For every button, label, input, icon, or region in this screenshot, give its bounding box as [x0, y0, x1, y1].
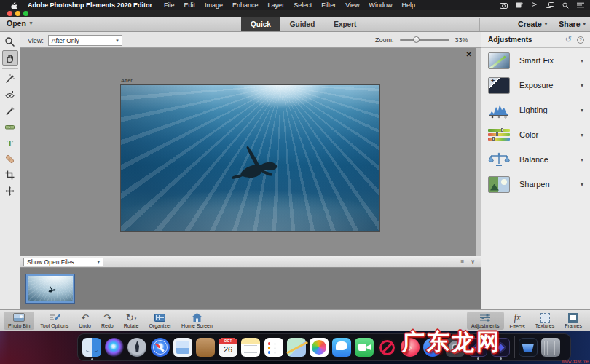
window-minimize-button[interactable]: [15, 11, 20, 16]
bottom-taskbar: Photo Bin Tool Options ↶ Undo ↷ Redo ↻▾ …: [0, 309, 590, 331]
frames-icon: [568, 313, 578, 323]
frames-button[interactable]: Frames: [560, 312, 586, 330]
tab-expert[interactable]: Expert: [324, 17, 366, 31]
rotate-button[interactable]: ↻▾ Rotate: [119, 312, 143, 330]
spot-healing-tool-icon[interactable]: [2, 151, 18, 167]
adjustment-lighting[interactable]: Lighting ▾: [481, 98, 590, 122]
chevron-down-icon[interactable]: ▾: [581, 132, 583, 138]
watermark-text: 广东龙网: [402, 327, 501, 357]
home-icon: [192, 312, 202, 323]
photo-bin: [20, 268, 481, 309]
chevron-down-icon[interactable]: ▾: [581, 157, 583, 163]
menu-view[interactable]: View: [345, 1, 359, 9]
dock-notes-icon[interactable]: [241, 338, 260, 357]
whiten-teeth-tool-icon[interactable]: [2, 103, 18, 119]
home-screen-button[interactable]: Home Screen: [177, 312, 217, 330]
chevron-down-icon[interactable]: ▾: [581, 107, 583, 114]
window-zoom-button[interactable]: [23, 11, 28, 16]
options-bar: View: After Only ▾ Zoom: 33%: [20, 32, 481, 48]
camera-status-icon[interactable]: [500, 2, 508, 9]
adjustment-label: Lighting: [519, 106, 548, 114]
dock-contacts-icon[interactable]: [196, 338, 215, 357]
chevron-down-icon[interactable]: ▾: [581, 58, 583, 64]
hand-tool-icon[interactable]: [2, 50, 18, 66]
adjustment-label: Balance: [519, 155, 548, 164]
adjustment-exposure[interactable]: Exposure ▾: [481, 73, 590, 98]
menu-layer[interactable]: Layer: [268, 1, 285, 9]
dock-mail-icon[interactable]: [173, 338, 192, 357]
displays-icon[interactable]: [546, 2, 554, 9]
notification-badge-icon[interactable]: [516, 2, 523, 9]
adjustment-sharpen[interactable]: Sharpen ▾: [481, 172, 590, 197]
dock-finder-icon[interactable]: [82, 338, 101, 357]
share-dropdown[interactable]: Share ▾: [559, 20, 586, 28]
adjustment-smart-fix[interactable]: Smart Fix ▾: [481, 48, 590, 73]
smart-fix-icon: [488, 52, 510, 69]
view-select[interactable]: After Only ▾: [48, 35, 122, 46]
tool-options-button[interactable]: Tool Options: [36, 312, 73, 330]
dock-calendar-icon[interactable]: OCT 26: [219, 338, 237, 357]
search-icon[interactable]: [562, 2, 569, 9]
close-document-icon[interactable]: ✕: [466, 50, 472, 58]
document-image[interactable]: [120, 84, 380, 232]
menu-help[interactable]: Help: [402, 1, 416, 9]
dock-safari-icon[interactable]: [151, 338, 170, 357]
share-label: Share: [559, 20, 580, 28]
textures-button[interactable]: Textures: [531, 312, 559, 330]
tab-guided[interactable]: Guided: [280, 17, 324, 31]
zoom-slider-knob[interactable]: [413, 36, 420, 43]
collapse-panel-icon[interactable]: ∨: [471, 258, 475, 265]
red-eye-tool-icon[interactable]: [2, 87, 18, 103]
zoom-slider[interactable]: [400, 36, 449, 43]
dock-messages-icon[interactable]: [332, 338, 351, 357]
canvas-area: ✕ After: [20, 48, 481, 256]
straighten-tool-icon[interactable]: [2, 119, 18, 135]
menu-image[interactable]: Image: [205, 1, 223, 9]
chevron-down-icon: ▾: [97, 259, 100, 265]
dock-blocked-app-icon[interactable]: [377, 338, 396, 357]
dock-reminders-icon[interactable]: [264, 338, 283, 357]
photo-bin-button[interactable]: Photo Bin: [4, 312, 34, 330]
open-label: Open: [7, 19, 26, 28]
redo-button[interactable]: ↷ Redo: [97, 312, 118, 330]
chevron-down-icon[interactable]: ▾: [581, 181, 583, 188]
adjustment-balance[interactable]: Balance ▾: [481, 147, 590, 172]
effects-button[interactable]: fx Effects: [506, 312, 530, 330]
show-open-files-select[interactable]: Show Open Files ▾: [23, 258, 103, 266]
organizer-button[interactable]: Organizer: [144, 312, 176, 330]
quick-selection-tool-icon[interactable]: [2, 71, 18, 87]
menu-edit[interactable]: Edit: [184, 1, 196, 9]
dock-launchpad-icon[interactable]: [127, 338, 146, 357]
adjustment-color[interactable]: Color ▾: [481, 122, 590, 147]
create-dropdown[interactable]: Create ▾: [518, 20, 547, 28]
photo-thumbnail[interactable]: [26, 274, 74, 303]
dock-photos-icon[interactable]: [310, 338, 329, 357]
menu-filter[interactable]: Filter: [321, 1, 336, 9]
reset-panel-icon[interactable]: ↺: [565, 35, 572, 44]
dock-downloads-icon[interactable]: [519, 338, 538, 357]
flag-icon[interactable]: [531, 2, 538, 9]
help-icon[interactable]: ?: [577, 36, 584, 44]
apple-icon[interactable]: [10, 1, 17, 9]
window-close-button[interactable]: [7, 11, 12, 16]
control-center-icon[interactable]: [577, 2, 584, 8]
tab-quick[interactable]: Quick: [241, 17, 280, 31]
chevron-down-icon[interactable]: ▾: [581, 82, 583, 89]
open-dropdown[interactable]: Open ▾: [7, 19, 32, 28]
crop-tool-icon[interactable]: [2, 167, 18, 183]
dock-facetime-icon[interactable]: [355, 338, 374, 357]
dock-maps-icon[interactable]: [287, 338, 306, 357]
canvas-scrollbar[interactable]: [476, 48, 481, 256]
menu-enhance[interactable]: Enhance: [232, 1, 259, 9]
dock-siri-icon[interactable]: [105, 338, 124, 357]
menu-file[interactable]: File: [164, 1, 175, 9]
zoom-tool-icon[interactable]: [2, 34, 18, 50]
adjustments-panel-title: Adjustments: [488, 36, 532, 44]
type-tool-icon[interactable]: T: [2, 135, 18, 151]
move-tool-icon[interactable]: [2, 183, 18, 199]
undo-button[interactable]: ↶ Undo: [74, 312, 95, 330]
dock-trash-icon[interactable]: [541, 338, 560, 357]
panel-menu-icon[interactable]: ≡: [460, 258, 463, 265]
menu-select[interactable]: Select: [294, 1, 312, 9]
menu-window[interactable]: Window: [369, 1, 393, 9]
